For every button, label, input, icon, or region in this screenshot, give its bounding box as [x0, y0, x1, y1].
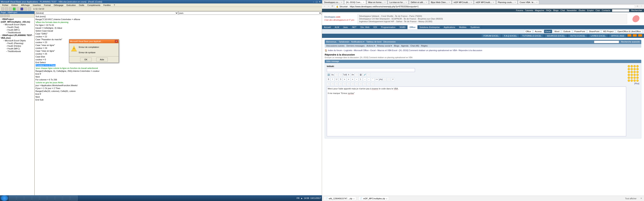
resource-link[interactable]: OFFICE 2010	[609, 34, 626, 37]
nav-item[interactable]: MS Project	[602, 30, 615, 33]
menu-fichier[interactable]: Fichier	[1, 4, 10, 6]
address-bar[interactable]: 🔒 Sécurisé | https://www.developpez.net/…	[335, 5, 635, 8]
breadcrumb-link[interactable]: Microsoft Office	[354, 49, 368, 51]
toolbar-button[interactable]	[28, 7, 31, 10]
breadcrumb-link[interactable]: [XL-2016] Comment réaliser un planning o…	[399, 49, 457, 51]
chevron-down-icon[interactable]: ⌄	[353, 197, 355, 200]
smiley-icon[interactable]	[630, 65, 633, 67]
forum-search-input[interactable]	[594, 41, 619, 43]
editor-tool[interactable]: A	[347, 73, 350, 77]
job-ad-line[interactable]: Ingénieur Développement logiciel H/F - S…	[359, 20, 626, 23]
social-icon[interactable]	[638, 34, 642, 36]
editor-tool[interactable]: I	[331, 78, 334, 81]
resource-link[interactable]: TUTORIELS EXCEL	[520, 34, 544, 37]
resource-link[interactable]: SOURCES EXCEL	[545, 34, 567, 37]
nav-item[interactable]: Programmation	[379, 25, 398, 29]
topnav-link[interactable]: Contacts	[602, 9, 610, 12]
chevron-down-icon[interactable]: ⌄	[386, 197, 388, 200]
nav-item[interactable]: Office	[408, 25, 418, 29]
site-search-input[interactable]	[612, 9, 629, 12]
job-ads[interactable]: Développeur fullstack - Crest Shuttle - …	[358, 14, 627, 24]
editor-tool[interactable]: ≡	[351, 78, 354, 81]
nav-item[interactable]: Solutions d'entreprise	[418, 25, 442, 29]
smiley-icon[interactable]	[634, 71, 636, 73]
show-all-downloads[interactable]: Tout afficher	[625, 197, 636, 200]
topnav-link[interactable]: Newsletter	[567, 9, 577, 12]
menu-exécution[interactable]: Exécution	[66, 4, 77, 6]
object-dropdown[interactable]: (Général)	[35, 11, 178, 15]
forumbar-item[interactable]: Notifications ▾	[351, 41, 364, 43]
editor-tool[interactable]: ≡	[347, 78, 350, 81]
editor-tool[interactable]: ⬚	[343, 82, 346, 86]
resource-link[interactable]: F.A.Q EXCEL	[502, 34, 519, 37]
browser-tab[interactable]: mDF MFCmulti…×	[452, 0, 474, 4]
editor-tool[interactable]: →	[363, 78, 366, 81]
minimize-icon[interactable]: –	[312, 0, 315, 3]
resource-link[interactable]: FORUM EXCEL	[482, 34, 501, 37]
editor-tool[interactable]: ⬚	[355, 82, 358, 86]
taskbar-app[interactable]	[24, 196, 32, 201]
topnav-link[interactable]: Tutoriels	[525, 9, 533, 12]
tree-node[interactable]: Feuil2 (Fériés)	[6, 45, 21, 47]
smiley-icon[interactable]	[628, 74, 630, 76]
start-button[interactable]	[1, 195, 8, 201]
close-icon[interactable]: ✕	[640, 197, 642, 200]
nav-item[interactable]: ALM	[333, 25, 341, 29]
taskbar-app[interactable]	[47, 196, 55, 201]
pause-icon[interactable]	[16, 7, 20, 10]
breadcrumb-link[interactable]: Index du forum	[328, 49, 342, 51]
nav-item[interactable]: Systèmes	[468, 25, 482, 29]
topnav-link[interactable]: Forums	[516, 9, 523, 12]
taskbar-app[interactable]	[32, 196, 39, 201]
browser-tab[interactable]: Définir et utili…×	[409, 0, 429, 4]
resource-link[interactable]: LIVRES EXCEL	[589, 34, 608, 37]
forumbar2-item[interactable]: Derniers messages	[346, 45, 364, 47]
taskbar-app[interactable]	[40, 196, 47, 201]
smiley-icon[interactable]	[628, 71, 630, 73]
editor-tool[interactable]: B	[327, 78, 330, 81]
nav-item[interactable]: Accueil	[322, 25, 333, 29]
tab-close-icon[interactable]: ×	[426, 1, 427, 3]
tab-close-icon[interactable]: ×	[384, 1, 386, 3]
toolbar-button[interactable]	[9, 7, 12, 10]
editor-tool[interactable]: php	[379, 78, 382, 81]
tree-node[interactable]: VBAProject (mDF_MFCmultiples_v50.xls)	[1, 18, 30, 23]
tray-icon[interactable]: ▲	[301, 197, 303, 199]
tab-close-icon[interactable]: ×	[448, 1, 450, 3]
breadcrumb-link[interactable]: Logiciels	[344, 49, 352, 51]
help-button[interactable]: Aide	[96, 58, 108, 61]
editor-tool[interactable]: A▾	[351, 73, 354, 77]
tree-node[interactable]: VBAProject (PLANNING TEST - VBA.xlsx)	[1, 34, 33, 39]
editor-tool[interactable]: •	[355, 78, 358, 81]
menu-édition[interactable]: Édition	[10, 4, 19, 6]
back-icon[interactable]: ←	[323, 5, 326, 8]
smiley-icon[interactable]	[634, 77, 636, 79]
browser-tab[interactable]: [XL-2016] Com…×	[344, 0, 366, 4]
smiley-icon[interactable]	[636, 71, 639, 73]
subject-input[interactable]	[327, 68, 415, 72]
tab-close-icon[interactable]: ×	[536, 1, 538, 3]
browser-tab[interactable]: Cours VBA : le…×	[518, 0, 539, 4]
editor-tool[interactable]: ⬚	[355, 73, 358, 77]
smiley-icon[interactable]	[628, 77, 630, 79]
topnav-link[interactable]: Études	[579, 9, 585, 12]
editor-tool[interactable]: ⬚	[339, 73, 342, 77]
menu-icon[interactable]: ⋮	[640, 5, 643, 8]
nav-item[interactable]: Java	[341, 25, 350, 29]
tree-node[interactable]: ThisWorkbook	[6, 31, 21, 34]
editor-tool[interactable]: ⬚	[327, 82, 330, 86]
nav-item[interactable]: Dév. Web	[358, 25, 372, 29]
reload-icon[interactable]: ⟳	[331, 5, 334, 8]
smiley-icon[interactable]	[636, 79, 639, 82]
site-search-button[interactable]: Rechercher	[631, 9, 642, 12]
smiley-icon[interactable]	[634, 74, 636, 76]
tree-node[interactable]: Feuil4 (MFC)	[6, 29, 20, 31]
taskbar-app[interactable]	[70, 196, 78, 201]
forumbar2-item[interactable]: Agenda	[401, 45, 408, 47]
language-indicator[interactable]: FR	[297, 197, 300, 199]
topnav-link[interactable]: Blogs	[553, 9, 558, 12]
smiley-icon[interactable]	[636, 65, 639, 67]
resource-link[interactable]: OUTILS EXCEL	[568, 34, 587, 37]
browser-tab[interactable]: Mise en forme…×	[366, 0, 387, 4]
view-code-icon[interactable]	[0, 14, 3, 17]
